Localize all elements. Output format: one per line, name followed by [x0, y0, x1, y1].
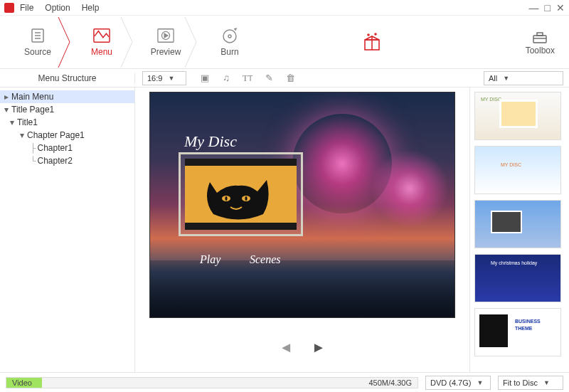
tree-title1[interactable]: ▾Title1 [0, 116, 134, 129]
svg-point-21 [245, 196, 248, 201]
toolbox-button[interactable]: Toolbox [526, 28, 563, 55]
status-bar: Video 450M/4.30G DVD (4.7G) ▼ Fit to Dis… [0, 372, 569, 392]
video-thumbnail [185, 159, 297, 230]
chevron-down-icon: ▼ [543, 379, 550, 386]
music-tool-icon[interactable]: ♫ [220, 73, 232, 84]
preview-pane: My Disc Play Scenes ◄ ► [135, 88, 469, 372]
template-list[interactable]: MY DISC MY DISC My christmas holiday BUS… [469, 88, 569, 372]
template-title: MY DISC [501, 162, 521, 167]
menu-file[interactable]: File [20, 3, 33, 13]
svg-point-13 [368, 34, 369, 36]
template-thumb[interactable]: My christmas holiday [474, 254, 561, 302]
tree-label: Chapter2 [38, 156, 73, 166]
cat-graphic [199, 171, 277, 221]
disc-type-value: DVD (4.7G) [430, 378, 471, 387]
titlebar: File Option Help — □ ✕ [0, 0, 569, 16]
svg-point-14 [375, 33, 376, 35]
chevron-down-icon: ▼ [477, 379, 483, 386]
tree-chapter2[interactable]: └Chapter2 [0, 154, 134, 167]
toolbox-label: Toolbox [526, 46, 555, 55]
tree-main-menu[interactable]: ▸Main Menu [0, 90, 134, 103]
scenes-button-text[interactable]: Scenes [250, 253, 281, 266]
delete-tool-icon[interactable]: 🗑 [284, 73, 296, 84]
svg-rect-16 [537, 33, 543, 36]
prev-page-button[interactable]: ◄ [279, 339, 293, 356]
structure-heading: Menu Structure [0, 73, 135, 83]
chevron-down-icon: ▼ [503, 75, 509, 82]
template-title: My christmas holiday [491, 260, 537, 265]
image-tool-icon[interactable]: ▣ [199, 73, 211, 84]
template-title: MY DISC [481, 97, 501, 102]
source-icon [29, 27, 46, 44]
chevron-down-icon: ▼ [168, 75, 174, 82]
menu-structure-tree: ▸Main Menu ▾Title Page1 ▾Title1 ▾Chapter… [0, 88, 135, 372]
svg-point-9 [228, 35, 231, 38]
svg-marker-7 [164, 33, 168, 38]
app-icon [4, 3, 14, 13]
menu-canvas[interactable]: My Disc Play Scenes [149, 92, 455, 318]
template-filter-value: All [489, 74, 497, 83]
window-controls: — □ ✕ [529, 2, 565, 14]
usage-video-label: Video [6, 378, 32, 387]
step-burn[interactable]: Burn [198, 17, 262, 67]
template-thumb[interactable]: MY DISC [474, 146, 561, 194]
next-page-button[interactable]: ► [312, 339, 326, 356]
template-title: BUSINESS [515, 319, 541, 324]
disc-title-text[interactable]: My Disc [184, 132, 237, 151]
menu-help[interactable]: Help [82, 3, 100, 13]
menu-icon [93, 27, 110, 44]
tree-label: Title1 [17, 117, 38, 127]
tree-label: Chapter Page1 [27, 130, 85, 140]
preview-icon [157, 27, 174, 44]
disc-type-select[interactable]: DVD (4.7G) ▼ [425, 376, 491, 390]
tree-label: Chapter1 [38, 143, 73, 153]
video-thumbnail-frame[interactable] [179, 152, 303, 236]
svg-point-20 [225, 196, 228, 201]
edit-icons: ▣ ♫ TT ✎ 🗑 [199, 73, 296, 84]
usage-value: 450M/4.30G [368, 378, 412, 387]
template-thumb[interactable] [474, 200, 561, 248]
aspect-ratio-select[interactable]: 16:9 ▼ [142, 71, 186, 85]
minimize-button[interactable]: — [529, 2, 539, 14]
menubar: File Option Help [20, 3, 99, 13]
text-tool-icon[interactable]: TT [242, 73, 253, 84]
main-area: ▸Main Menu ▾Title Page1 ▾Title1 ▾Chapter… [0, 88, 569, 372]
template-thumb[interactable]: BUSINESS THEME [474, 308, 561, 356]
step-preview-label: Preview [151, 47, 181, 57]
tree-chapter-page[interactable]: ▾Chapter Page1 [0, 129, 134, 142]
maximize-button[interactable]: □ [545, 2, 551, 14]
template-title: THEME [515, 326, 533, 331]
step-chevron [119, 16, 135, 69]
menu-option[interactable]: Option [45, 3, 70, 13]
tree-chapter1[interactable]: ├Chapter1 [0, 142, 134, 154]
step-chevron [184, 16, 199, 69]
disc-usage-bar: Video 450M/4.30G [6, 377, 418, 388]
template-thumb[interactable]: MY DISC [474, 92, 561, 140]
step-ribbon: Source Menu Preview Burn Toolbox [0, 16, 569, 69]
edit-tool-icon[interactable]: ✎ [263, 73, 275, 84]
burn-icon [221, 27, 238, 44]
toolbox-icon [531, 28, 548, 44]
step-source-label: Source [24, 47, 51, 57]
secondary-toolbar: Menu Structure 16:9 ▼ ▣ ♫ TT ✎ 🗑 All ▼ [0, 69, 569, 88]
tree-label: Main Menu [11, 92, 53, 102]
step-burn-label: Burn [220, 47, 238, 57]
fit-value: Fit to Disc [503, 378, 538, 387]
step-menu-label: Menu [91, 47, 112, 57]
tree-label: Title Page1 [11, 105, 54, 115]
template-filter-select[interactable]: All ▼ [484, 71, 563, 85]
skyline-graphic [150, 260, 454, 317]
page-nav: ◄ ► [279, 339, 326, 356]
svg-point-8 [223, 30, 236, 43]
gift-icon[interactable] [362, 32, 382, 52]
svg-rect-15 [533, 36, 546, 43]
play-button-text[interactable]: Play [200, 253, 220, 266]
close-button[interactable]: ✕ [556, 2, 565, 14]
tree-title-page[interactable]: ▾Title Page1 [0, 103, 134, 116]
fit-select[interactable]: Fit to Disc ▼ [498, 376, 563, 390]
aspect-ratio-value: 16:9 [147, 74, 162, 83]
firework-graphic [371, 149, 449, 228]
